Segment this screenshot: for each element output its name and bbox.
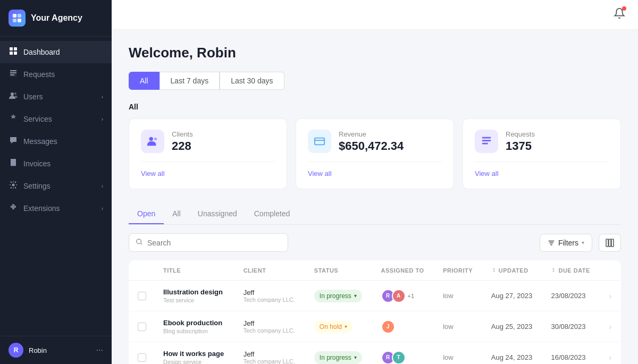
col-status: STATUS — [306, 261, 373, 281]
table-row: Illustration design Test service Jeff Te… — [129, 281, 621, 311]
sidebar-label-dashboard: Dashboard — [23, 48, 60, 56]
svg-rect-15 — [482, 140, 491, 141]
task-title-2: Ebook production — [163, 319, 226, 327]
clients-label: Clients — [172, 130, 193, 138]
invoices-icon — [9, 158, 18, 169]
settings-icon — [9, 181, 18, 191]
sidebar-item-dashboard[interactable]: Dashboard — [0, 41, 112, 63]
updated-1: Aug 27, 2023 — [491, 292, 532, 300]
revenue-stat-icon — [308, 130, 331, 153]
client-name-1: Jeff — [244, 289, 297, 297]
col-check — [129, 261, 155, 281]
settings-chevron-icon: › — [102, 183, 103, 189]
sidebar-footer: R Robin ··· — [0, 336, 112, 364]
task-title-1: Illustration design — [163, 288, 226, 296]
search-input[interactable] — [147, 239, 281, 247]
sidebar-label-services: Services — [23, 115, 52, 123]
logo-area[interactable]: Your Agency — [0, 0, 112, 37]
sidebar-item-users[interactable]: Users › — [0, 86, 112, 108]
avatar-1-2: A — [392, 289, 406, 303]
clients-view-all[interactable]: View all — [141, 170, 165, 177]
client-name-3: Jeff — [244, 350, 297, 358]
due-date-3: 16/08/2023 — [551, 353, 585, 361]
revenue-view-all[interactable]: View all — [308, 170, 332, 177]
col-priority: PRIORITY — [434, 261, 483, 281]
row-checkbox-2[interactable] — [138, 323, 146, 331]
col-updated[interactable]: UPDATED — [483, 261, 543, 281]
task-sub-2: Blog subscription — [163, 328, 226, 334]
revenue-label: Revenue — [339, 130, 404, 138]
search-box[interactable] — [129, 233, 288, 252]
date-filter-tabs: All Last 7 days Last 30 days — [129, 72, 621, 90]
avatar-extra-1: +1 — [408, 293, 415, 299]
columns-button[interactable] — [599, 234, 621, 252]
req-tab-open[interactable]: Open — [129, 204, 164, 224]
req-tab-unassigned[interactable]: Unassigned — [189, 204, 246, 224]
requests-value: 1375 — [506, 139, 535, 153]
users-icon — [9, 91, 18, 102]
filter-tab-all[interactable]: All — [129, 72, 160, 90]
filter-tab-last7[interactable]: Last 7 days — [160, 72, 220, 90]
services-icon — [9, 114, 18, 124]
stat-card-clients: Clients 228 View all — [129, 118, 287, 189]
svg-point-17 — [137, 239, 141, 244]
row-checkbox-1[interactable] — [138, 292, 146, 300]
svg-point-12 — [154, 138, 157, 141]
req-tab-all[interactable]: All — [164, 204, 189, 224]
client-company-2: Tech company LLC. — [244, 327, 297, 334]
agency-name: Your Agency — [31, 13, 82, 23]
col-client: CLIENT — [235, 261, 306, 281]
clients-stat-icon — [141, 130, 164, 153]
sidebar-label-extensions: Extensions — [23, 204, 60, 213]
sidebar-label-users: Users — [23, 92, 43, 101]
sidebar-item-invoices[interactable]: Invoices — [0, 153, 112, 175]
sidebar-item-messages[interactable]: Messages — [0, 130, 112, 153]
row-expand-2[interactable]: › — [609, 323, 611, 331]
sidebar-label-messages: Messages — [23, 137, 57, 146]
status-chevron-3: ▾ — [354, 354, 357, 360]
dashboard-icon — [9, 47, 18, 57]
req-tab-completed[interactable]: Completed — [246, 204, 299, 224]
status-badge-2[interactable]: On hold ▾ — [314, 320, 352, 333]
priority-1: low — [443, 292, 454, 300]
extensions-chevron-icon: › — [102, 206, 103, 211]
task-title-3: How it works page — [163, 350, 226, 358]
filters-button[interactable]: Filters ▾ — [540, 234, 592, 252]
due-date-1: 23/08/2023 — [551, 292, 585, 300]
clients-value: 228 — [172, 139, 193, 153]
requests-icon — [9, 69, 18, 80]
filter-tab-last30[interactable]: Last 30 days — [220, 72, 284, 90]
sidebar-item-settings[interactable]: Settings › — [0, 175, 112, 197]
row-expand-3[interactable]: › — [609, 353, 611, 362]
notification-badge — [622, 6, 626, 11]
page-title: Welcome, Robin — [129, 45, 621, 61]
notifications-button[interactable] — [614, 7, 625, 22]
priority-2: low — [443, 323, 454, 331]
sidebar-label-settings: Settings — [23, 182, 51, 190]
messages-icon — [9, 136, 18, 147]
svg-rect-18 — [606, 239, 608, 247]
sidebar-item-requests[interactable]: Requests — [0, 63, 112, 86]
row-checkbox-3[interactable] — [138, 353, 146, 362]
status-badge-1[interactable]: In progress ▾ — [314, 290, 362, 302]
sidebar-item-services[interactable]: Services › — [0, 108, 112, 130]
svg-rect-2 — [13, 19, 16, 22]
users-chevron-icon: › — [102, 94, 103, 100]
user-name: Robin — [29, 346, 47, 354]
client-company-3: Tech company LLC. — [244, 358, 297, 364]
extensions-icon — [9, 203, 18, 214]
due-date-2: 30/08/2023 — [551, 323, 585, 331]
sidebar-label-invoices: Invoices — [23, 159, 51, 168]
svg-rect-16 — [482, 143, 488, 145]
row-expand-1[interactable]: › — [609, 292, 611, 300]
status-badge-3[interactable]: In progress ▾ — [314, 351, 362, 364]
requests-view-all[interactable]: View all — [475, 170, 499, 177]
svg-point-10 — [12, 184, 15, 187]
main-content: Welcome, Robin All Last 7 days Last 30 d… — [112, 0, 638, 364]
col-due-date[interactable]: DUE DATE — [542, 261, 600, 281]
user-menu-dots[interactable]: ··· — [96, 345, 103, 355]
status-chevron-2: ▾ — [345, 324, 347, 329]
sidebar-item-extensions[interactable]: Extensions › — [0, 197, 112, 219]
priority-3: low — [443, 353, 454, 361]
filters-label: Filters — [558, 239, 578, 247]
